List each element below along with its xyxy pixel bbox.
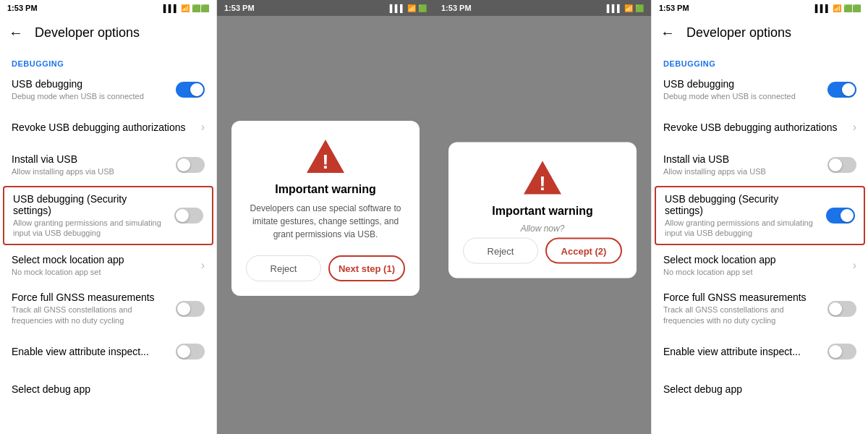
right-time: 1:53 PM bbox=[659, 4, 689, 12]
r-gnss-desc: Track all GNSS constellations and freque… bbox=[663, 305, 819, 326]
view-attr-toggle[interactable] bbox=[176, 344, 205, 359]
view-attr-title: Enable view attribute inspect... bbox=[12, 346, 167, 357]
r-usb-debugging-title: USB debugging bbox=[663, 78, 819, 90]
second-accept-button[interactable]: Accept (2) bbox=[545, 238, 622, 264]
r-install-usb-item[interactable]: Install via USB Allow installing apps vi… bbox=[652, 146, 868, 184]
battery-icon-d1: 🟩 bbox=[418, 4, 427, 12]
second-dialog-box: ! Important warning Allow now? Reject Ac… bbox=[448, 142, 637, 278]
r-mock-location-title: Select mock location app bbox=[663, 254, 844, 265]
page-title: Developer options bbox=[35, 25, 140, 41]
second-reject-button[interactable]: Reject bbox=[463, 238, 538, 264]
usb-debugging-title: USB debugging bbox=[12, 78, 167, 90]
r-usb-debugging-item[interactable]: USB debugging Debug mode when USB is con… bbox=[652, 71, 868, 109]
r-battery-icon: 🟩🟩 bbox=[843, 4, 861, 12]
second-dialog-screen: 1:53 PM ▌▌▌ 📶 🟩 ! Important warning Allo… bbox=[434, 0, 651, 434]
r-view-attr-item[interactable]: Enable view attribute inspect... bbox=[652, 333, 868, 370]
gnss-item[interactable]: Force full GNSS measurements Track all G… bbox=[0, 284, 216, 333]
revoke-usb-title: Revoke USB debugging authorizations bbox=[12, 122, 192, 133]
mock-location-title: Select mock location app bbox=[12, 254, 192, 265]
right-settings-scroll[interactable]: DEBUGGING USB debugging Debug mode when … bbox=[652, 49, 868, 434]
install-usb-title: Install via USB bbox=[12, 153, 167, 165]
usb-security-title: USB debugging (Security settings) bbox=[13, 193, 166, 216]
svg-text:!: ! bbox=[539, 172, 545, 195]
second-dialog-buttons: Reject Accept (2) bbox=[463, 238, 622, 264]
r-revoke-usb-chevron: › bbox=[853, 121, 856, 134]
usb-security-toggle[interactable] bbox=[174, 208, 203, 224]
left-top-bar: ← Developer options bbox=[0, 16, 216, 49]
r-wifi-icon: 📶 bbox=[833, 4, 841, 12]
left-settings-scroll[interactable]: DEBUGGING USB debugging Debug mode when … bbox=[0, 49, 216, 434]
r-debug-app-title: Select debug app bbox=[663, 383, 856, 395]
r-signal-icon: ▌▌▌ bbox=[815, 4, 830, 12]
r-mock-location-item[interactable]: Select mock location app No mock locatio… bbox=[652, 247, 868, 284]
dialog-status-bar-1: 1:53 PM ▌▌▌ 📶 🟩 bbox=[217, 0, 434, 16]
second-dialog-title: Important warning bbox=[492, 205, 593, 218]
r-revoke-usb-title: Revoke USB debugging authorizations bbox=[663, 122, 844, 133]
r-gnss-title: Force full GNSS measurements bbox=[663, 292, 819, 303]
usb-debugging-desc: Debug mode when USB is connected bbox=[12, 91, 167, 101]
debugging-section-header: DEBUGGING bbox=[0, 49, 216, 71]
right-debugging-section-header: DEBUGGING bbox=[652, 49, 868, 71]
view-attr-item[interactable]: Enable view attribute inspect... bbox=[0, 333, 216, 370]
revoke-usb-item[interactable]: Revoke USB debugging authorizations › bbox=[0, 109, 216, 146]
r-usb-security-item[interactable]: USB debugging (Security settings) Allow … bbox=[655, 186, 865, 246]
right-top-bar: ← Developer options bbox=[652, 16, 868, 49]
first-dialog-screen: 1:53 PM ▌▌▌ 📶 🟩 ! Important warning Deve… bbox=[217, 0, 434, 434]
dialog-status-icons-1: ▌▌▌ 📶 🟩 bbox=[390, 4, 427, 12]
r-install-usb-desc: Allow installing apps via USB bbox=[663, 166, 819, 176]
first-dialog-buttons: Reject Next step (1) bbox=[246, 255, 405, 281]
usb-debugging-toggle[interactable] bbox=[176, 82, 205, 98]
middle-panel: 1:53 PM ▌▌▌ 📶 🟩 ! Important warning Deve… bbox=[217, 0, 651, 434]
usb-security-desc: Allow granting permissions and simulatin… bbox=[13, 218, 166, 239]
wifi-icon-d1: 📶 bbox=[407, 4, 416, 12]
r-view-attr-toggle[interactable] bbox=[827, 344, 856, 359]
left-phone-panel: 1:53 PM ▌▌▌ 📶 🟩🟩 ← Developer options DEB… bbox=[0, 0, 217, 434]
wifi-icon-d2: 📶 bbox=[624, 4, 633, 12]
r-install-usb-title: Install via USB bbox=[663, 153, 819, 165]
dialog-status-icons-2: ▌▌▌ 📶 🟩 bbox=[607, 4, 644, 12]
revoke-usb-chevron: › bbox=[201, 121, 205, 134]
debug-app-item[interactable]: Select debug app bbox=[0, 370, 216, 408]
dialog-time-1: 1:53 PM bbox=[224, 4, 255, 12]
left-status-icons: ▌▌▌ 📶 🟩🟩 bbox=[163, 4, 209, 12]
r-usb-security-title: USB debugging (Security settings) bbox=[665, 193, 817, 216]
second-dialog-subtitle: Allow now? bbox=[521, 224, 565, 234]
r-gnss-toggle[interactable] bbox=[827, 301, 856, 317]
wifi-icon: 📶 bbox=[181, 4, 190, 12]
r-usb-security-desc: Allow granting permissions and simulatin… bbox=[665, 218, 817, 239]
right-back-button[interactable]: ← bbox=[660, 25, 675, 41]
battery-icon-d2: 🟩 bbox=[635, 4, 644, 12]
r-gnss-item[interactable]: Force full GNSS measurements Track all G… bbox=[652, 284, 868, 333]
mock-location-chevron: › bbox=[201, 259, 205, 272]
install-usb-toggle[interactable] bbox=[176, 157, 205, 173]
gnss-title: Force full GNSS measurements bbox=[12, 292, 167, 303]
install-usb-item[interactable]: Install via USB Allow installing apps vi… bbox=[0, 146, 216, 184]
first-reject-button[interactable]: Reject bbox=[246, 255, 321, 281]
gnss-toggle[interactable] bbox=[176, 301, 205, 317]
r-view-attr-title: Enable view attribute inspect... bbox=[663, 346, 819, 357]
left-time: 1:53 PM bbox=[7, 4, 38, 12]
battery-icon: 🟩🟩 bbox=[192, 4, 209, 12]
signal-icon-d2: ▌▌▌ bbox=[607, 4, 622, 12]
usb-debugging-item[interactable]: USB debugging Debug mode when USB is con… bbox=[0, 71, 216, 109]
debug-app-title: Select debug app bbox=[12, 383, 205, 395]
signal-icon: ▌▌▌ bbox=[163, 4, 179, 12]
right-page-title: Developer options bbox=[686, 25, 791, 41]
first-accept-button[interactable]: Next step (1) bbox=[328, 255, 405, 281]
usb-security-item[interactable]: USB debugging (Security settings) Allow … bbox=[3, 186, 213, 246]
r-revoke-usb-item[interactable]: Revoke USB debugging authorizations › bbox=[652, 109, 868, 146]
r-mock-location-desc: No mock location app set bbox=[663, 267, 844, 277]
back-button[interactable]: ← bbox=[9, 25, 23, 41]
dialog-time-2: 1:53 PM bbox=[441, 4, 472, 12]
r-usb-debugging-toggle[interactable] bbox=[827, 82, 856, 98]
r-usb-debugging-desc: Debug mode when USB is connected bbox=[663, 91, 819, 101]
first-dialog-body: Developers can use special software to i… bbox=[246, 202, 405, 241]
r-usb-security-toggle[interactable] bbox=[826, 208, 855, 224]
mock-location-desc: No mock location app set bbox=[12, 267, 192, 277]
warning-icon-2: ! bbox=[522, 160, 563, 196]
first-dialog-title: Important warning bbox=[275, 183, 376, 196]
r-install-usb-toggle[interactable] bbox=[827, 157, 856, 173]
mock-location-item[interactable]: Select mock location app No mock locatio… bbox=[0, 247, 216, 284]
r-debug-app-item[interactable]: Select debug app bbox=[652, 370, 868, 408]
signal-icon-d1: ▌▌▌ bbox=[390, 4, 405, 12]
